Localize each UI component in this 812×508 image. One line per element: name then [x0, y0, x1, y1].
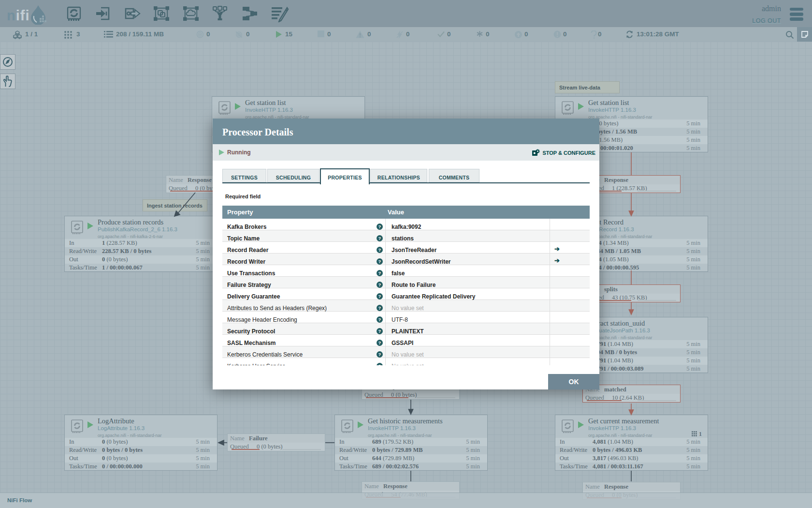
svg-text:?: ? [378, 317, 381, 322]
svg-text:?: ? [378, 294, 381, 299]
svg-text:?: ? [378, 329, 381, 334]
svg-text:?: ? [378, 236, 381, 241]
svg-text:?: ? [378, 224, 381, 229]
svg-text:?: ? [378, 282, 381, 287]
svg-text:?: ? [378, 363, 381, 365]
svg-text:?: ? [378, 259, 381, 264]
svg-text:?: ? [378, 305, 381, 311]
svg-text:?: ? [378, 270, 381, 276]
svg-text:?: ? [378, 247, 381, 253]
svg-text:?: ? [378, 340, 381, 345]
svg-text:?: ? [378, 352, 381, 357]
